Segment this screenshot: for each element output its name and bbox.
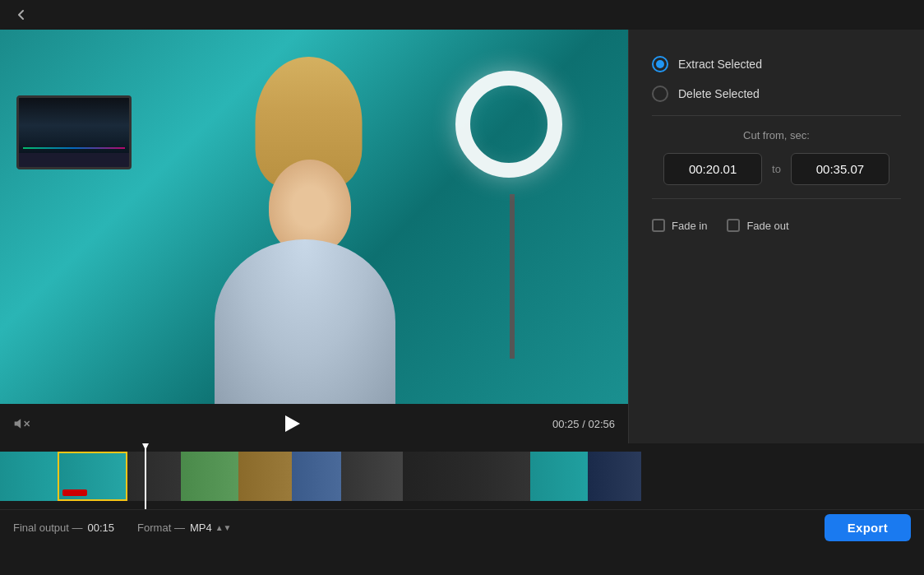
operation-radio-group: Extract Selected Delete Selected — [652, 56, 901, 102]
person-body — [215, 239, 395, 404]
format-selector[interactable]: MP4 ▲▼ — [190, 522, 232, 534]
timeline-thumb-2-selected[interactable] — [58, 452, 127, 501]
timeline-thumb-3[interactable] — [127, 452, 181, 501]
fade-out-checkbox[interactable] — [727, 219, 740, 232]
total-time: 02:56 — [588, 418, 615, 430]
timeline-thumb-8[interactable] — [403, 452, 477, 501]
divider-2 — [652, 198, 901, 199]
current-time: 00:25 — [552, 418, 580, 430]
timeline-thumb-5[interactable] — [238, 452, 292, 501]
export-button[interactable]: Export — [825, 514, 911, 541]
ring-stand — [510, 194, 515, 359]
monitor-screen — [19, 98, 129, 153]
video-background — [0, 30, 628, 404]
end-time-input[interactable]: 00:35.07 — [791, 153, 889, 185]
cut-inputs: 00:20.01 to 00:35.07 — [652, 153, 901, 185]
fade-out-option[interactable]: Fade out — [727, 219, 788, 232]
format-value: MP4 — [190, 522, 212, 534]
format-label: Format — — [137, 522, 185, 534]
cut-from-label: Cut from, sec: — [652, 129, 901, 141]
timeline-track — [0, 450, 924, 503]
extract-selected-label: Extract Selected — [678, 58, 762, 71]
fade-section: Fade in Fade out — [652, 219, 901, 232]
extract-radio-outer — [652, 56, 668, 72]
timeline-thumb-11[interactable] — [588, 452, 641, 501]
ring-light — [455, 71, 562, 178]
output-info: Final output — 00:15 Format — MP4 ▲▼ — [13, 522, 231, 534]
extract-selected-option[interactable]: Extract Selected — [652, 56, 901, 72]
timeline-thumb-10[interactable] — [530, 452, 588, 501]
mute-button[interactable] — [13, 415, 30, 432]
video-player[interactable] — [0, 30, 628, 404]
video-controls: 00:25 / 02:56 — [0, 404, 628, 443]
timeline-thumb-1[interactable] — [0, 452, 58, 501]
timeline-thumb-4[interactable] — [181, 452, 238, 501]
video-area: 00:25 / 02:56 — [0, 30, 628, 443]
main-layout: 00:25 / 02:56 Extract Selected Delete Se… — [0, 30, 924, 443]
delete-selected-label: Delete Selected — [678, 87, 760, 100]
play-icon — [285, 415, 300, 432]
bottom-bar: Final output — 00:15 Format — MP4 ▲▼ Exp… — [0, 509, 924, 545]
timeline-area[interactable] — [0, 443, 924, 509]
fade-in-option[interactable]: Fade in — [652, 219, 707, 232]
timeline-thumb-6[interactable] — [292, 452, 341, 501]
play-button[interactable] — [278, 410, 304, 437]
desk-items — [16, 95, 132, 169]
start-time-input[interactable]: 00:20.01 — [663, 153, 762, 185]
divider-1 — [652, 115, 901, 116]
extract-radio-inner — [656, 60, 664, 68]
timeline-thumb-9[interactable] — [477, 452, 530, 501]
fade-out-label: Fade out — [746, 220, 788, 232]
cut-section: Cut from, sec: 00:20.01 to 00:35.07 — [652, 129, 901, 185]
timeline-cursor — [145, 443, 146, 509]
to-label: to — [772, 163, 781, 175]
time-sep: / — [582, 418, 585, 430]
final-output-label: Final output — — [13, 522, 83, 534]
timeline-thumb-7[interactable] — [341, 452, 403, 501]
delete-radio-outer — [652, 86, 668, 102]
fade-in-label: Fade in — [672, 220, 707, 232]
monitor — [16, 95, 132, 169]
right-panel: Extract Selected Delete Selected Cut fro… — [628, 30, 924, 443]
back-button[interactable] — [10, 3, 33, 26]
time-display: 00:25 / 02:56 — [552, 418, 615, 430]
delete-selected-option[interactable]: Delete Selected — [652, 86, 901, 102]
output-duration: 00:15 — [88, 522, 115, 534]
top-bar — [0, 0, 924, 30]
fade-in-checkbox[interactable] — [652, 219, 665, 232]
chevron-down-icon: ▲▼ — [215, 523, 232, 532]
